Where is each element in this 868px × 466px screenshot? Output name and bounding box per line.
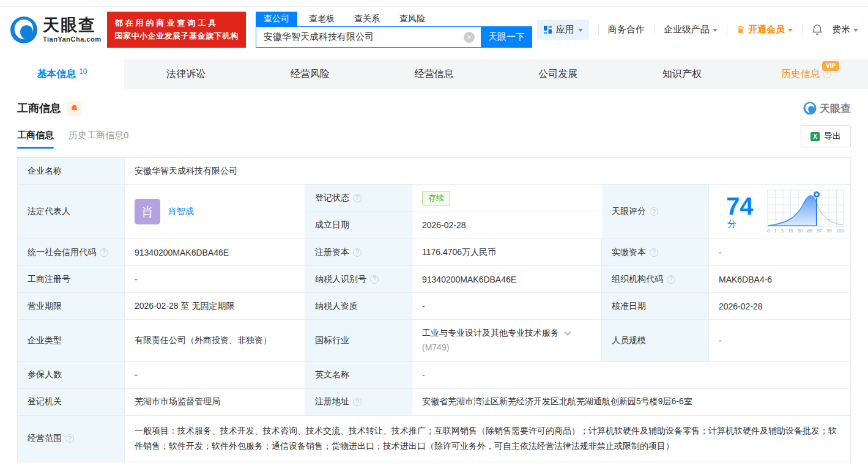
chevron-down-icon	[578, 29, 583, 32]
table-row: 法定代表人 肖 肖智成 登记状态 ? 存续 成立日期 2026-02-28 天眼…	[18, 185, 850, 239]
insured-count-label: 参保人数	[18, 362, 125, 388]
english-name-value: -	[412, 362, 850, 388]
open-vip-label: 开通会员	[748, 24, 785, 35]
label-text: 统一社会信用代码	[28, 247, 96, 258]
excel-icon: X	[811, 132, 820, 141]
search-block: 查公司 查老板 查关系 查风险 × 天眼一下	[256, 12, 532, 48]
header-divider	[0, 6, 868, 7]
business-cooperation-link[interactable]: 商务合作	[608, 24, 645, 35]
table-row: 统一社会信用代码 ? 91340200MAK6DBA46E 注册资本 ? 117…	[18, 239, 850, 266]
reg-address-value: 安徽省芜湖市湾沚区新芜经济开发区北航芜湖通航创新园5号楼9层6-6室	[412, 389, 850, 415]
taxpayer-id-value: 91340200MAK6DBA46E	[412, 266, 602, 292]
tab-operating-info[interactable]: 经营信息	[372, 59, 496, 89]
help-icon[interactable]: ?	[823, 70, 831, 78]
industry-value: 工业与专业设计及其他专业技术服务 (M749)	[412, 320, 602, 361]
brand-name: 天眼查	[43, 17, 101, 34]
apps-grid-icon	[543, 25, 552, 34]
search-tab-relation[interactable]: 查关系	[346, 12, 388, 26]
business-info-table: 企业名称 安徽华智天成科技有限公司 法定代表人 肖 肖智成 登记状态 ? 存续 …	[17, 157, 851, 462]
tab-intellectual-property[interactable]: 知识产权	[620, 59, 744, 89]
tianyancha-logo[interactable]: 天眼查 TianYanCha.com	[10, 16, 101, 44]
subtab-business-info[interactable]: 工商信息	[17, 130, 54, 149]
subscribe-bell-icon[interactable]	[67, 101, 81, 116]
enterprise-products-menu[interactable]: 企业级产品	[664, 24, 718, 35]
search-tab-boss[interactable]: 查老板	[301, 12, 343, 26]
status-badge: 存续	[422, 191, 450, 205]
promo-line2: 国家中小企业发展子基金旗下机构	[114, 30, 239, 42]
staff-size-value: -	[709, 320, 850, 361]
subtab-history-business-info[interactable]: 历史工商信息0	[69, 130, 128, 149]
approval-date-label: 核准日期	[602, 293, 709, 319]
table-row: 经营范围 ? 一般项目：技术服务、技术开发、技术咨询、技术交流、技术转让、技术推…	[18, 416, 850, 462]
help-icon[interactable]: ?	[100, 248, 108, 257]
label-text: 实缴资本	[612, 247, 646, 258]
reg-status-label: 登记状态 ?	[305, 185, 412, 212]
promo-banner: 都在用的商业查询工具 国家中小企业发展子基金旗下机构	[107, 12, 246, 47]
brand-domain: TianYanCha.com	[43, 35, 101, 43]
company-type-label: 企业类型	[18, 320, 125, 361]
help-icon[interactable]: ?	[353, 398, 362, 406]
notifications-bell-icon[interactable]	[812, 24, 823, 35]
table-row: 登记机关 芜湖市市场监督管理局 注册地址 ? 安徽省芜湖市湾沚区新芜经济开发区北…	[18, 389, 850, 416]
tab-label: 基本信息	[37, 68, 76, 81]
logo-swirl-icon	[10, 16, 38, 44]
user-menu[interactable]: 费米	[832, 24, 858, 35]
reg-capital-label: 注册资本 ?	[305, 239, 412, 265]
clear-search-icon[interactable]: ×	[464, 32, 475, 43]
export-button[interactable]: X 导出	[801, 125, 851, 147]
taxpayer-id-label: 纳税人识别号 ?	[305, 266, 412, 292]
tab-history-info[interactable]: VIP 历史信息 ?	[744, 59, 868, 89]
search-tab-company[interactable]: 查公司	[256, 12, 297, 26]
label-text: 注册地址	[315, 396, 349, 407]
help-icon[interactable]: ?	[650, 248, 658, 257]
legal-rep-avatar[interactable]: 肖	[135, 199, 160, 224]
help-icon[interactable]: ?	[650, 207, 658, 216]
search-button[interactable]: 天眼一下	[481, 26, 532, 48]
reg-capital-value: 1176.4706万人民币	[412, 239, 602, 265]
chevron-down-icon	[853, 29, 858, 32]
watermark-logo: 天眼查	[803, 102, 851, 116]
company-type-value: 有限责任公司（外商投资、非独资）	[125, 320, 305, 361]
score-label: 天眼评分 ?	[602, 185, 709, 239]
menu-divider	[727, 25, 727, 35]
approval-date-value: 2026-02-28	[709, 293, 850, 319]
help-icon[interactable]: ?	[65, 434, 74, 443]
help-icon[interactable]: ?	[353, 194, 362, 202]
label-text: 天眼评分	[612, 206, 646, 217]
search-tab-risk[interactable]: 查风险	[391, 12, 433, 26]
tab-basic-info[interactable]: 基本信息 10	[0, 59, 124, 89]
menu-divider	[802, 25, 803, 35]
chevron-down-icon[interactable]	[564, 331, 571, 336]
reg-address-label: 注册地址 ?	[305, 389, 412, 415]
apps-menu[interactable]: 应用	[537, 20, 589, 40]
tab-operating-risk[interactable]: 经营风险	[248, 59, 372, 89]
industry-label: 国标行业	[305, 320, 412, 361]
help-icon[interactable]: ?	[353, 248, 362, 257]
company-name-label: 企业名称	[18, 158, 125, 184]
business-term-value: 2026-02-28 至 无固定期限	[125, 293, 305, 319]
score-unit: 分	[727, 218, 736, 229]
label-text: 组织机构代码	[612, 274, 663, 285]
search-input[interactable]	[256, 26, 481, 48]
paid-capital-value: -	[709, 239, 850, 265]
menu-divider	[654, 25, 655, 35]
section-title: 工商信息	[17, 101, 61, 116]
top-menu: 应用 商务合作 企业级产品 ♛ 开通会员 费米	[537, 20, 858, 40]
business-term-label: 营业期限	[18, 293, 125, 319]
taxpayer-quality-value: -	[412, 293, 602, 319]
help-icon[interactable]: ?	[370, 275, 379, 284]
staff-size-label: 人员规模	[602, 320, 709, 361]
open-vip-menu[interactable]: ♛ 开通会员	[736, 24, 793, 35]
english-name-label: 英文名称	[305, 362, 412, 388]
reg-number-label: 工商注册号	[18, 266, 125, 292]
promo-line1: 都在用的商业查询工具	[114, 17, 239, 29]
score-distribution-chart: 01 315 5085 9799 100	[767, 190, 844, 234]
apps-label: 应用	[556, 24, 574, 35]
tab-legal-proceedings[interactable]: 法律诉讼	[124, 59, 248, 89]
tab-company-development[interactable]: 公司发展	[496, 59, 620, 89]
enterprise-products-label: 企业级产品	[664, 24, 710, 35]
help-icon[interactable]: ?	[667, 275, 675, 284]
reg-status-value: 存续	[412, 185, 602, 212]
legal-rep-link[interactable]: 肖智成	[168, 206, 194, 217]
paid-capital-label: 实缴资本 ?	[602, 239, 709, 265]
